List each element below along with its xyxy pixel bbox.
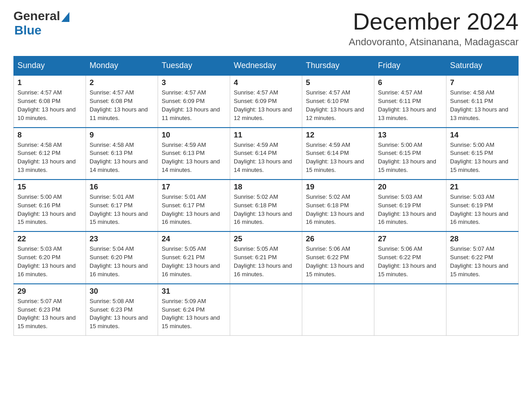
- column-header-monday: Monday: [86, 56, 158, 76]
- day-info: Sunrise: 4:57 AMSunset: 6:08 PMDaylight:…: [17, 89, 82, 122]
- day-cell-15: 15Sunrise: 5:00 AMSunset: 6:16 PMDayligh…: [14, 180, 86, 231]
- day-cell-27: 27Sunrise: 5:06 AMSunset: 6:22 PMDayligh…: [374, 231, 446, 283]
- day-info: Sunrise: 4:57 AMSunset: 6:09 PMDaylight:…: [234, 89, 298, 122]
- column-header-sunday: Sunday: [14, 56, 86, 76]
- day-cell-14: 14Sunrise: 5:00 AMSunset: 6:15 PMDayligh…: [446, 128, 519, 180]
- day-cell-30: 30Sunrise: 5:08 AMSunset: 6:23 PMDayligh…: [86, 284, 158, 336]
- calendar-header-row: SundayMondayTuesdayWednesdayThursdayFrid…: [14, 56, 519, 76]
- day-number: 4: [234, 78, 298, 87]
- day-cell-8: 8Sunrise: 4:58 AMSunset: 6:12 PMDaylight…: [14, 128, 86, 180]
- day-number: 7: [450, 78, 515, 87]
- day-cell-31: 31Sunrise: 5:09 AMSunset: 6:24 PMDayligh…: [158, 284, 230, 336]
- day-info: Sunrise: 4:57 AMSunset: 6:10 PMDaylight:…: [306, 89, 370, 122]
- day-number: 10: [162, 131, 226, 140]
- day-number: 25: [234, 235, 298, 244]
- day-info: Sunrise: 5:07 AMSunset: 6:23 PMDaylight:…: [17, 297, 82, 331]
- day-cell-5: 5Sunrise: 4:57 AMSunset: 6:10 PMDaylight…: [302, 75, 374, 127]
- day-number: 18: [234, 183, 298, 192]
- day-cell-2: 2Sunrise: 4:57 AMSunset: 6:08 PMDaylight…: [86, 75, 158, 127]
- day-number: 27: [378, 235, 442, 244]
- day-cell-16: 16Sunrise: 5:01 AMSunset: 6:17 PMDayligh…: [86, 180, 158, 231]
- day-number: 12: [306, 131, 370, 140]
- empty-cell: [446, 284, 519, 336]
- day-number: 5: [306, 78, 370, 87]
- day-number: 9: [90, 131, 154, 140]
- week-row-1: 1Sunrise: 4:57 AMSunset: 6:08 PMDaylight…: [14, 75, 519, 127]
- day-cell-6: 6Sunrise: 4:57 AMSunset: 6:11 PMDaylight…: [374, 75, 446, 127]
- day-number: 24: [162, 235, 226, 244]
- day-cell-29: 29Sunrise: 5:07 AMSunset: 6:23 PMDayligh…: [14, 284, 86, 336]
- empty-cell: [302, 284, 374, 336]
- day-info: Sunrise: 5:06 AMSunset: 6:22 PMDaylight:…: [378, 245, 442, 278]
- day-info: Sunrise: 5:03 AMSunset: 6:20 PMDaylight:…: [17, 245, 82, 278]
- day-info: Sunrise: 5:09 AMSunset: 6:24 PMDaylight:…: [162, 297, 226, 331]
- column-header-tuesday: Tuesday: [158, 56, 230, 76]
- day-number: 26: [306, 235, 370, 244]
- day-info: Sunrise: 5:02 AMSunset: 6:18 PMDaylight:…: [306, 193, 370, 227]
- day-number: 23: [90, 235, 154, 244]
- day-info: Sunrise: 4:58 AMSunset: 6:12 PMDaylight:…: [17, 141, 82, 175]
- title-section: December 2024 Andovoranto, Atsinanana, M…: [349, 9, 519, 48]
- logo-triangle-icon: [61, 12, 69, 22]
- day-cell-3: 3Sunrise: 4:57 AMSunset: 6:09 PMDaylight…: [158, 75, 230, 127]
- day-info: Sunrise: 5:02 AMSunset: 6:18 PMDaylight:…: [234, 193, 298, 227]
- logo: General Blue: [13, 9, 69, 38]
- day-number: 21: [450, 183, 515, 192]
- day-cell-25: 25Sunrise: 5:05 AMSunset: 6:21 PMDayligh…: [230, 231, 302, 283]
- calendar-table: SundayMondayTuesdayWednesdayThursdayFrid…: [13, 56, 519, 336]
- day-cell-13: 13Sunrise: 5:00 AMSunset: 6:15 PMDayligh…: [374, 128, 446, 180]
- day-cell-24: 24Sunrise: 5:05 AMSunset: 6:21 PMDayligh…: [158, 231, 230, 283]
- day-number: 17: [162, 183, 226, 192]
- day-info: Sunrise: 5:03 AMSunset: 6:19 PMDaylight:…: [378, 193, 442, 227]
- day-info: Sunrise: 5:04 AMSunset: 6:20 PMDaylight:…: [90, 245, 154, 278]
- day-cell-28: 28Sunrise: 5:07 AMSunset: 6:22 PMDayligh…: [446, 231, 519, 283]
- day-info: Sunrise: 5:05 AMSunset: 6:21 PMDaylight:…: [162, 245, 226, 278]
- logo-general-text: General: [13, 9, 60, 23]
- day-cell-19: 19Sunrise: 5:02 AMSunset: 6:18 PMDayligh…: [302, 180, 374, 231]
- day-cell-17: 17Sunrise: 5:01 AMSunset: 6:17 PMDayligh…: [158, 180, 230, 231]
- empty-cell: [374, 284, 446, 336]
- column-header-friday: Friday: [374, 56, 446, 76]
- day-number: 15: [17, 183, 82, 192]
- day-info: Sunrise: 5:01 AMSunset: 6:17 PMDaylight:…: [162, 193, 226, 227]
- day-info: Sunrise: 4:59 AMSunset: 6:14 PMDaylight:…: [306, 141, 370, 175]
- day-number: 29: [17, 287, 82, 296]
- day-info: Sunrise: 4:58 AMSunset: 6:13 PMDaylight:…: [90, 141, 154, 175]
- day-number: 14: [450, 131, 515, 140]
- day-number: 30: [90, 287, 154, 296]
- week-row-4: 22Sunrise: 5:03 AMSunset: 6:20 PMDayligh…: [14, 231, 519, 283]
- day-number: 6: [378, 78, 442, 87]
- day-cell-10: 10Sunrise: 4:59 AMSunset: 6:13 PMDayligh…: [158, 128, 230, 180]
- empty-cell: [230, 284, 302, 336]
- day-cell-20: 20Sunrise: 5:03 AMSunset: 6:19 PMDayligh…: [374, 180, 446, 231]
- day-cell-22: 22Sunrise: 5:03 AMSunset: 6:20 PMDayligh…: [14, 231, 86, 283]
- day-cell-12: 12Sunrise: 4:59 AMSunset: 6:14 PMDayligh…: [302, 128, 374, 180]
- logo-blue-text: Blue: [14, 23, 42, 38]
- day-info: Sunrise: 5:00 AMSunset: 6:15 PMDaylight:…: [450, 141, 515, 175]
- day-number: 3: [162, 78, 226, 87]
- day-info: Sunrise: 5:06 AMSunset: 6:22 PMDaylight:…: [306, 245, 370, 278]
- day-cell-7: 7Sunrise: 4:58 AMSunset: 6:11 PMDaylight…: [446, 75, 519, 127]
- day-number: 31: [162, 287, 226, 296]
- day-number: 11: [234, 131, 298, 140]
- day-info: Sunrise: 4:57 AMSunset: 6:08 PMDaylight:…: [90, 89, 154, 122]
- day-cell-18: 18Sunrise: 5:02 AMSunset: 6:18 PMDayligh…: [230, 180, 302, 231]
- page-header: General Blue December 2024 Andovoranto, …: [13, 9, 519, 48]
- week-row-3: 15Sunrise: 5:00 AMSunset: 6:16 PMDayligh…: [14, 180, 519, 231]
- day-cell-11: 11Sunrise: 4:59 AMSunset: 6:14 PMDayligh…: [230, 128, 302, 180]
- day-cell-21: 21Sunrise: 5:03 AMSunset: 6:19 PMDayligh…: [446, 180, 519, 231]
- day-number: 20: [378, 183, 442, 192]
- day-cell-9: 9Sunrise: 4:58 AMSunset: 6:13 PMDaylight…: [86, 128, 158, 180]
- week-row-2: 8Sunrise: 4:58 AMSunset: 6:12 PMDaylight…: [14, 128, 519, 180]
- day-cell-26: 26Sunrise: 5:06 AMSunset: 6:22 PMDayligh…: [302, 231, 374, 283]
- month-title: December 2024: [349, 9, 519, 34]
- day-number: 2: [90, 78, 154, 87]
- day-number: 28: [450, 235, 515, 244]
- day-info: Sunrise: 5:00 AMSunset: 6:16 PMDaylight:…: [17, 193, 82, 227]
- day-cell-4: 4Sunrise: 4:57 AMSunset: 6:09 PMDaylight…: [230, 75, 302, 127]
- day-info: Sunrise: 5:00 AMSunset: 6:15 PMDaylight:…: [378, 141, 442, 175]
- day-info: Sunrise: 4:58 AMSunset: 6:11 PMDaylight:…: [450, 89, 515, 122]
- day-number: 8: [17, 131, 82, 140]
- day-info: Sunrise: 5:08 AMSunset: 6:23 PMDaylight:…: [90, 297, 154, 331]
- day-number: 19: [306, 183, 370, 192]
